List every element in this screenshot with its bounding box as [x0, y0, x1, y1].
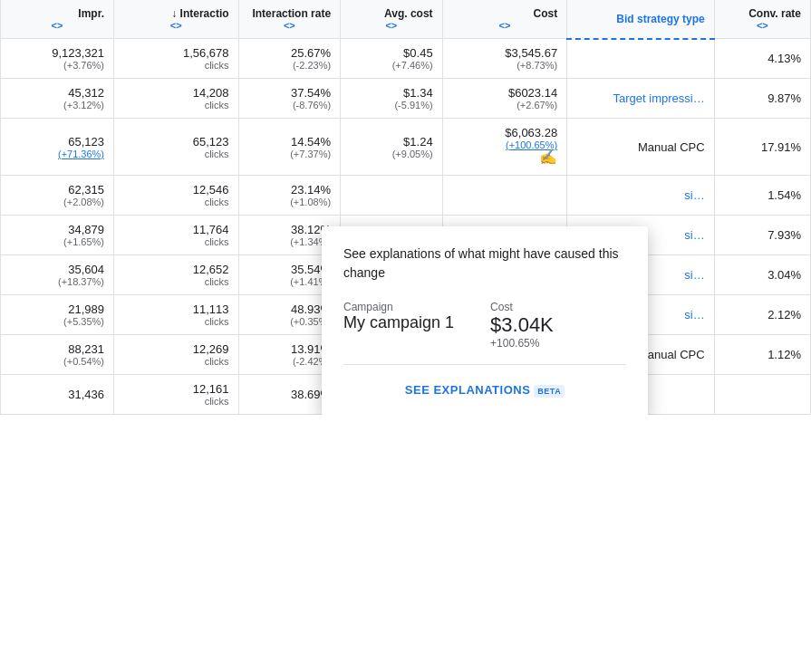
- cell-impr-7: 88,231 (+0.54%): [1, 335, 114, 375]
- bid-strategy-link-5[interactable]: si…: [684, 268, 704, 282]
- cell-bid-strategy-0: [567, 39, 715, 79]
- int-rate-change-3: (+1.08%): [248, 197, 332, 207]
- tooltip-divider: [343, 364, 626, 365]
- interaction-value-7: 12,269: [193, 342, 229, 356]
- impr-value-4: 34,879: [68, 223, 104, 236]
- table-header-row: Impr. <> ↓ Interactio <> Interaction rat…: [1, 0, 811, 39]
- cost-change-1: (+2.67%): [452, 100, 558, 110]
- cell-avg-cost-1: $1.34 (-5.91%): [341, 79, 443, 119]
- cell-interaction-5: 12,652 clicks: [114, 255, 239, 295]
- int-rate-value-1: 37.54%: [291, 86, 331, 100]
- clicks-label-2: clicks: [123, 149, 229, 159]
- impr-value-7: 88,231: [68, 342, 104, 356]
- conv-rate-value-1: 9.87%: [768, 91, 801, 105]
- cell-int-rate-2: 14.54% (+7.37%): [238, 119, 341, 176]
- cost-change-2[interactable]: (+100.65%)✍: [452, 139, 558, 168]
- int-rate-value-2: 14.54%: [291, 135, 331, 149]
- cell-impr-2: 65,123 (+71.36%): [1, 119, 114, 176]
- col-header-interaction[interactable]: ↓ Interactio <>: [114, 0, 239, 39]
- col-int-rate-label: Interaction rate: [252, 7, 331, 20]
- impr-change-3: (+2.08%): [10, 197, 104, 207]
- tooltip-cost-value: $3.04K: [490, 313, 554, 337]
- col-header-cost[interactable]: Cost <>: [442, 0, 567, 39]
- cell-impr-0: 9,123,321 (+3.76%): [1, 39, 114, 79]
- avg-cost-change-2: (+9.05%): [350, 149, 433, 159]
- interaction-value-0: 1,56,678: [183, 46, 229, 60]
- cell-impr-3: 62,315 (+2.08%): [1, 176, 114, 216]
- bid-strategy-link-6[interactable]: si…: [684, 308, 704, 322]
- col-header-int-rate[interactable]: Interaction rate <>: [238, 0, 341, 39]
- table-row: 45,312 (+3.12%) 14,208 clicks 37.54% (-8…: [1, 79, 811, 119]
- tooltip-explanation-text: See explanations of what might have caus…: [343, 245, 626, 283]
- col-header-conv-rate[interactable]: Conv. rate <>: [714, 0, 810, 39]
- col-impr-controls[interactable]: <>: [10, 20, 104, 31]
- cell-interaction-6: 11,113 clicks: [114, 295, 239, 335]
- impr-value-0: 9,123,321: [52, 46, 104, 60]
- see-explanations-label: SEE EXPLANATIONS: [405, 383, 531, 397]
- col-interaction-controls[interactable]: <>: [123, 20, 229, 31]
- cell-bid-strategy-3[interactable]: si…: [567, 176, 715, 216]
- cell-impr-6: 21,989 (+5.35%): [1, 295, 114, 335]
- tooltip-campaign-section: Campaign My campaign 1: [343, 301, 454, 350]
- cell-conv-rate-3: 1.54%: [714, 176, 810, 216]
- clicks-label-7: clicks: [123, 356, 229, 367]
- cell-conv-rate-1: 9.87%: [714, 79, 810, 119]
- cost-value-2: $6,063.28: [505, 126, 557, 139]
- see-explanations-button[interactable]: SEE EXPLANATIONSBETA: [343, 379, 626, 400]
- impr-value-6: 21,989: [68, 302, 104, 316]
- interaction-value-6: 11,113: [193, 302, 229, 316]
- interaction-value-8: 12,161: [193, 382, 229, 396]
- conv-rate-value-7: 1.12%: [768, 348, 801, 361]
- clicks-label-3: clicks: [123, 197, 229, 207]
- cell-impr-4: 34,879 (+1.65%): [1, 216, 114, 255]
- cell-interaction-3: 12,546 clicks: [114, 176, 239, 216]
- int-rate-change-5: (+1.41%): [248, 276, 332, 287]
- cell-cost-1: $6023.14 (+2.67%): [442, 79, 567, 119]
- table-row: 9,123,321 (+3.76%) 1,56,678 clicks 25.67…: [1, 39, 811, 79]
- cell-interaction-4: 11,764 clicks: [114, 216, 239, 255]
- cell-avg-cost-0: $0.45 (+7.46%): [341, 39, 443, 79]
- clicks-label-1: clicks: [123, 100, 229, 110]
- conv-rate-value-6: 2.12%: [768, 308, 801, 322]
- cell-interaction-7: 12,269 clicks: [114, 335, 239, 375]
- beta-badge: BETA: [534, 385, 565, 398]
- cell-cost-3: [442, 176, 567, 216]
- tooltip-metrics-row: Campaign My campaign 1 Cost $3.04K +100.…: [343, 301, 626, 350]
- cell-avg-cost-2: $1.24 (+9.05%): [341, 119, 443, 176]
- tooltip-campaign-label: Campaign: [343, 301, 454, 313]
- col-cost-controls[interactable]: <>: [452, 20, 558, 31]
- col-header-avg-cost[interactable]: Avg. cost <>: [341, 0, 443, 39]
- bid-strategy-link-4[interactable]: si…: [684, 228, 704, 242]
- col-header-bid-strategy[interactable]: Bid strategy type: [567, 0, 715, 39]
- interaction-value-3: 12,546: [193, 183, 229, 197]
- table-row: 62,315 (+2.08%) 12,546 clicks 23.14% (+1…: [1, 176, 811, 216]
- cell-bid-strategy-1[interactable]: Target impressi…: [567, 79, 715, 119]
- impr-change-5: (+18.37%): [10, 276, 104, 287]
- avg-cost-value-1: $1.34: [403, 86, 433, 100]
- cost-change-0: (+8.73%): [452, 60, 558, 71]
- impr-change-6: (+5.35%): [10, 316, 104, 327]
- col-avg-cost-controls[interactable]: <>: [350, 20, 433, 31]
- conv-rate-value-0: 4.13%: [768, 52, 801, 65]
- sort-desc-icon: ↓: [171, 7, 179, 20]
- col-conv-label: Conv. rate: [748, 7, 801, 20]
- col-avg-cost-label: Avg. cost: [384, 7, 433, 20]
- impr-change-2[interactable]: (+71.36%): [10, 149, 104, 159]
- clicks-label-8: clicks: [123, 396, 229, 407]
- col-conv-controls[interactable]: <>: [724, 20, 801, 31]
- col-cost-label: Cost: [533, 7, 557, 20]
- conv-rate-value-2: 17.91%: [761, 140, 801, 154]
- avg-cost-change-0: (+7.46%): [350, 60, 433, 71]
- bid-strategy-link-3[interactable]: si…: [684, 188, 704, 202]
- cell-impr-8: 31,436: [1, 375, 114, 415]
- interaction-value-4: 11,764: [193, 223, 229, 236]
- impr-change-1: (+3.12%): [10, 100, 104, 110]
- impr-change-0: (+3.76%): [10, 60, 104, 71]
- cell-int-rate-1: 37.54% (-8.76%): [238, 79, 341, 119]
- col-int-rate-controls[interactable]: <>: [248, 20, 332, 31]
- bid-strategy-link-1[interactable]: Target impressi…: [613, 91, 705, 105]
- col-header-impr[interactable]: Impr. <>: [1, 0, 114, 39]
- cell-impr-5: 35,604 (+18.37%): [1, 255, 114, 295]
- int-rate-change-4: (+1.34%): [248, 236, 332, 247]
- cell-int-rate-3: 23.14% (+1.08%): [238, 176, 341, 216]
